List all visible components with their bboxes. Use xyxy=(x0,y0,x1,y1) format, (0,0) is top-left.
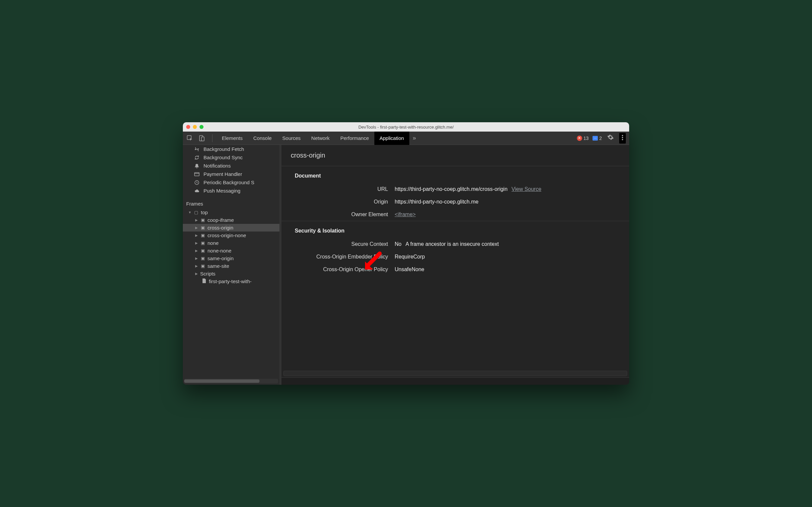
sidebar-item-periodic-sync[interactable]: Periodic Background S xyxy=(183,178,279,186)
titlebar: DevTools - first-party-test-with-resourc… xyxy=(183,122,629,131)
frames-section-label: Frames xyxy=(183,195,279,209)
frame-cross-origin-none[interactable]: ▶ ▣ cross-origin-none xyxy=(183,231,279,239)
svg-point-4 xyxy=(622,137,623,138)
disclosure-triangle-icon[interactable]: ▶ xyxy=(195,233,198,237)
frame-cross-origin[interactable]: ▶ ▣ cross-origin xyxy=(183,224,279,231)
disclosure-triangle-icon[interactable]: ▶ xyxy=(195,264,198,268)
url-key: URL xyxy=(295,186,388,192)
sidebar-item-background-sync[interactable]: Background Sync xyxy=(183,153,279,162)
frame-same-origin[interactable]: ▶ ▣ same-origin xyxy=(183,255,279,262)
frame-none[interactable]: ▶ ▣ none xyxy=(183,239,279,247)
frame-label: top xyxy=(201,210,208,215)
frame-label: same-site xyxy=(208,263,229,269)
frame-label: cross-origin-none xyxy=(208,232,246,238)
frame-label: none-none xyxy=(208,248,231,253)
window-title: DevTools - first-party-test-with-resourc… xyxy=(183,125,629,129)
script-file[interactable]: first-party-test-with- xyxy=(183,278,279,285)
sidebar-item-background-fetch[interactable]: Background Fetch xyxy=(183,145,279,153)
sidebar-hscrollbar[interactable] xyxy=(184,379,278,383)
disclosure-triangle-icon[interactable]: ▶ xyxy=(195,272,198,276)
sidebar-label: Push Messaging xyxy=(204,188,240,193)
frame-icon: ▣ xyxy=(200,240,206,245)
cloud-icon xyxy=(193,188,200,193)
disclosure-triangle-icon[interactable]: ▶ xyxy=(195,257,198,260)
close-window-button[interactable] xyxy=(186,125,190,129)
error-count: 13 xyxy=(584,135,589,141)
frame-icon: ▣ xyxy=(200,218,206,223)
more-menu-icon[interactable] xyxy=(619,133,626,144)
bgfetch-icon xyxy=(193,147,200,152)
card-icon xyxy=(193,172,200,177)
disclosure-triangle-icon[interactable]: ▼ xyxy=(188,211,191,214)
disclosure-triangle-icon[interactable]: ▶ xyxy=(195,218,198,222)
tab-elements[interactable]: Elements xyxy=(217,131,248,145)
security-heading: Security & Isolation xyxy=(281,221,629,238)
view-source-link[interactable]: View Source xyxy=(512,186,541,192)
info-badge[interactable]: ··· 2 xyxy=(592,135,602,141)
row-secure-context: Secure Context No A frame ancestor is an… xyxy=(281,238,629,250)
sidebar-label: Background Sync xyxy=(204,155,243,160)
info-count: 2 xyxy=(599,135,602,141)
zoom-window-button[interactable] xyxy=(199,125,204,129)
tab-performance[interactable]: Performance xyxy=(335,131,374,145)
tab-application[interactable]: Application xyxy=(374,131,409,145)
device-toolbar-icon[interactable] xyxy=(198,134,206,142)
owner-element-link[interactable]: <iframe> xyxy=(395,212,416,218)
sidebar-item-notifications[interactable]: Notifications xyxy=(183,162,279,170)
tab-sources[interactable]: Sources xyxy=(277,131,306,145)
owner-key: Owner Element xyxy=(295,212,388,218)
secure-context-key: Secure Context xyxy=(295,241,388,247)
frame-label: same-origin xyxy=(208,256,233,261)
application-sidebar: Background Fetch Background Sync Notific… xyxy=(183,145,279,385)
secure-context-value: No xyxy=(395,241,401,247)
tab-console[interactable]: Console xyxy=(248,131,277,145)
row-owner-element: Owner Element <iframe> xyxy=(281,208,629,221)
frame-coop-iframe[interactable]: ▶ ▣ coop-iframe xyxy=(183,216,279,224)
coep-value: RequireCorp xyxy=(395,254,425,260)
minimize-window-button[interactable] xyxy=(193,125,197,129)
tabs-overflow-icon[interactable]: » xyxy=(409,134,419,142)
toolbar: Elements Console Sources Network Perform… xyxy=(183,131,629,145)
file-icon xyxy=(201,279,207,284)
window-icon: ▢ xyxy=(193,210,199,215)
row-origin: Origin https://third-party-no-coep.glitc… xyxy=(281,195,629,208)
sidebar-item-payment-handler[interactable]: Payment Handler xyxy=(183,170,279,178)
frame-title: cross-origin xyxy=(281,145,629,166)
panel-tabs: Elements Console Sources Network Perform… xyxy=(217,131,574,145)
error-icon: ✕ xyxy=(577,135,582,141)
error-badge[interactable]: ✕ 13 xyxy=(577,135,589,141)
frame-label: none xyxy=(208,240,219,246)
settings-gear-icon[interactable] xyxy=(606,132,615,144)
svg-point-3 xyxy=(622,135,623,136)
frame-icon: ▣ xyxy=(200,248,206,253)
panel-body: Background Fetch Background Sync Notific… xyxy=(183,145,629,385)
coep-key: Cross-Origin Embedder Policy xyxy=(295,254,388,260)
disclosure-triangle-icon[interactable]: ▶ xyxy=(195,249,198,252)
sidebar-item-push-messaging[interactable]: Push Messaging xyxy=(183,186,279,195)
frame-same-site[interactable]: ▶ ▣ same-site xyxy=(183,262,279,270)
row-coep: Cross-Origin Embedder Policy RequireCorp xyxy=(281,250,629,263)
frame-label: cross-origin xyxy=(208,225,233,230)
drawer-footer xyxy=(281,378,629,385)
script-label: first-party-test-with- xyxy=(209,279,251,284)
sidebar-label: Background Fetch xyxy=(204,146,244,152)
row-url: URL https://third-party-no-coep.glitch.m… xyxy=(281,183,629,195)
frame-icon: ▣ xyxy=(200,225,206,230)
frame-scripts[interactable]: ▶ Scripts xyxy=(183,270,279,278)
disclosure-triangle-icon[interactable]: ▶ xyxy=(195,226,198,229)
clock-icon xyxy=(193,180,200,185)
frame-icon: ▣ xyxy=(200,256,206,261)
document-heading: Document xyxy=(281,166,629,183)
frame-top[interactable]: ▼ ▢ top xyxy=(183,209,279,216)
frame-details-panel: cross-origin Document URL https://third-… xyxy=(281,145,629,385)
inspect-element-icon[interactable] xyxy=(186,134,193,142)
frame-none-none[interactable]: ▶ ▣ none-none xyxy=(183,247,279,255)
traffic-lights xyxy=(186,125,204,129)
sidebar-label: Periodic Background S xyxy=(204,179,254,185)
sidebar-label: Notifications xyxy=(204,163,231,169)
main-hscrollbar[interactable] xyxy=(283,371,627,376)
tab-network[interactable]: Network xyxy=(306,131,335,145)
frame-icon: ▣ xyxy=(200,264,206,269)
frame-icon: ▣ xyxy=(200,233,206,238)
disclosure-triangle-icon[interactable]: ▶ xyxy=(195,241,198,245)
